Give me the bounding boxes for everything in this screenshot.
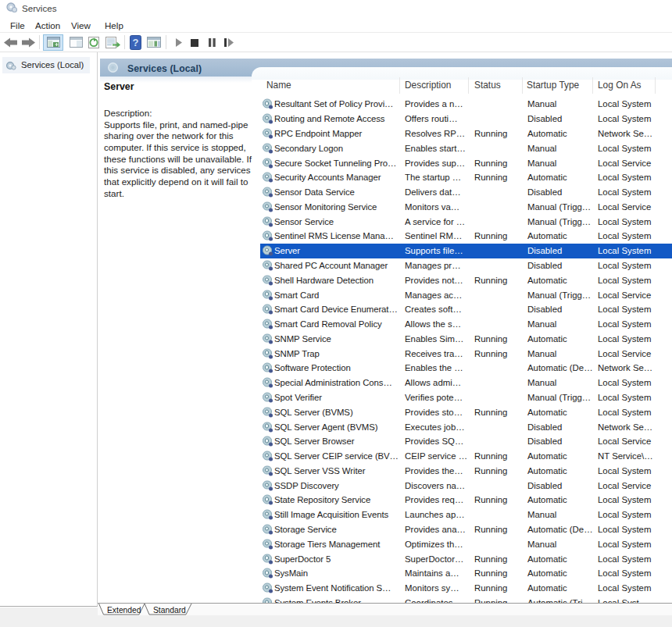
svg-text:Extended: Extended bbox=[107, 606, 141, 615]
svg-text:Standard: Standard bbox=[153, 606, 186, 615]
svg-text:?: ? bbox=[133, 37, 139, 48]
